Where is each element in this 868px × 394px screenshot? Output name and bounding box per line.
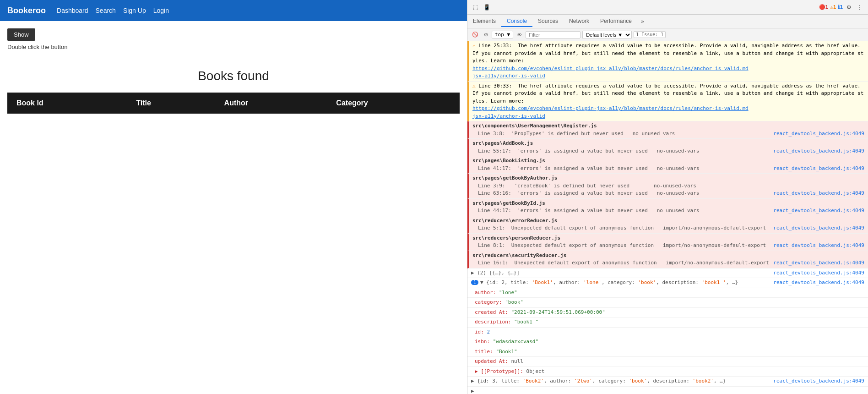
show-button[interactable]: Show bbox=[7, 28, 35, 41]
console-prop-line: description: "book1 " bbox=[467, 317, 868, 328]
console-eye-btn[interactable]: 👁 bbox=[515, 32, 524, 38]
tab-sources[interactable]: Sources bbox=[532, 16, 564, 27]
console-log-line: ▶ bbox=[467, 387, 868, 394]
navbar-login[interactable]: Login bbox=[153, 7, 169, 14]
col-header-bookid: Book Id bbox=[7, 93, 127, 114]
books-found-title: Books found bbox=[7, 69, 460, 83]
console-link2[interactable]: jsx-a11y/anchor-is-valid bbox=[472, 113, 545, 119]
console-output[interactable]: ⚠ Line 25:33: The href attribute require… bbox=[467, 41, 868, 394]
console-link[interactable]: https://github.com/evcohen/eslint-plugin… bbox=[472, 66, 749, 71]
navbar-links: Dashboard Search Sign Up Login bbox=[57, 7, 169, 14]
console-link[interactable]: https://github.com/evcohen/eslint-plugin… bbox=[472, 105, 749, 111]
col-header-author: Author bbox=[215, 93, 327, 114]
console-link2[interactable]: jsx-a11y/anchor-is-valid bbox=[472, 73, 545, 79]
console-log-line: react_devtools_backend.js:40491▼ {id: 2,… bbox=[467, 278, 868, 288]
console-warning-line: ⚠ Line 25:33: The href attribute require… bbox=[467, 41, 868, 82]
navbar: Bookeroo Dashboard Search Sign Up Login bbox=[0, 0, 467, 21]
console-error-line: src\components\UserManagement\Register.j… bbox=[467, 121, 868, 139]
console-error-line: src\reducers\errorReducer.jsLine 5:1: Un… bbox=[467, 216, 868, 234]
devtools-inspect-btn[interactable]: ⬚ bbox=[471, 3, 480, 11]
console-block-btn[interactable]: ⊘ bbox=[482, 31, 490, 38]
console-prop-line: title: "Book1" bbox=[467, 347, 868, 357]
double-click-hint: Double click the button bbox=[7, 44, 460, 50]
books-table: Book Id Title Author Category bbox=[7, 93, 460, 114]
devtools-topbar: ⬚ 📱 🔴1 ⚠1 ℹ1 ⚙ ⋮ bbox=[467, 0, 868, 15]
console-error-line: src\pages\AddBook.jsLine 55:17: 'errors'… bbox=[467, 139, 868, 156]
navbar-signup[interactable]: Sign Up bbox=[123, 7, 146, 14]
console-toolbar: 🚫 ⊘ top ▼ 👁 Default levels ▼ 1 Issue: 1 bbox=[467, 28, 868, 41]
warning-count-badge: ⚠1 bbox=[830, 4, 836, 10]
console-issue-badge: 1 Issue: 1 bbox=[634, 31, 666, 38]
navbar-search[interactable]: Search bbox=[96, 7, 116, 14]
console-warning-line: ⚠ Line 30:33: The href attribute require… bbox=[467, 82, 868, 122]
console-prop-line: isbn: "wdasdazxcvasd" bbox=[467, 337, 868, 347]
col-header-category: Category bbox=[327, 93, 460, 114]
devtools-more-btn[interactable]: ⋮ bbox=[855, 3, 864, 11]
navbar-brand: Bookeroo bbox=[7, 6, 46, 16]
tab-network[interactable]: Network bbox=[564, 16, 595, 27]
console-prop-line: ▶ [[Prototype]]: Object bbox=[467, 367, 868, 377]
console-prop-line: category: "book" bbox=[467, 298, 868, 308]
console-error-line: src\pages\getBookById.jsLine 44:17: 'err… bbox=[467, 199, 868, 216]
col-header-title: Title bbox=[127, 93, 215, 114]
console-prop-line: author: "lone" bbox=[467, 288, 868, 298]
console-log-line: react_devtools_backend.js:4049▶ (2) [{…}… bbox=[467, 268, 868, 279]
context-selector[interactable]: top ▼ bbox=[492, 31, 513, 38]
page-content: Show Double click the button Books found… bbox=[0, 21, 467, 394]
navbar-dashboard[interactable]: Dashboard bbox=[57, 7, 88, 14]
console-prop-line: created_At: "2021-09-24T14:59:51.069+00:… bbox=[467, 308, 868, 318]
devtools-settings-btn[interactable]: ⚙ bbox=[845, 3, 853, 11]
console-prop-line: updated_At: null bbox=[467, 357, 868, 367]
devtools-tabs: Elements Console Sources Network Perform… bbox=[467, 15, 868, 28]
console-error-line: src\reducers\securityReducer.jsLine 16:1… bbox=[467, 251, 868, 268]
tab-more[interactable]: » bbox=[637, 16, 648, 27]
console-log-line: react_devtools_backend.js:4049▶ {id: 3, … bbox=[467, 377, 868, 387]
console-prop-line: id: 2 bbox=[467, 328, 868, 338]
info-count-badge: ℹ1 bbox=[838, 4, 843, 10]
console-error-line: src\reducers\personReducer.jsLine 8:1: U… bbox=[467, 234, 868, 251]
tab-performance[interactable]: Performance bbox=[595, 16, 637, 27]
console-error-line: src\pages\BookListing.jsLine 41:17: 'err… bbox=[467, 156, 868, 174]
console-levels-select[interactable]: Default levels ▼ bbox=[582, 31, 632, 39]
table-header-row: Book Id Title Author Category bbox=[7, 93, 460, 114]
console-clear-btn[interactable]: 🚫 bbox=[470, 31, 480, 38]
devtools-device-btn[interactable]: 📱 bbox=[482, 3, 492, 11]
devtools-panel: ⬚ 📱 🔴1 ⚠1 ℹ1 ⚙ ⋮ Elements Console Source… bbox=[467, 0, 868, 394]
tab-console[interactable]: Console bbox=[501, 16, 532, 27]
console-error-line: src\pages\getBookByAuthor.jsLine 3:9: 'c… bbox=[467, 174, 868, 199]
console-filter-input[interactable] bbox=[526, 31, 580, 38]
error-count-badge: 🔴1 bbox=[819, 4, 829, 10]
tab-elements[interactable]: Elements bbox=[467, 16, 501, 27]
